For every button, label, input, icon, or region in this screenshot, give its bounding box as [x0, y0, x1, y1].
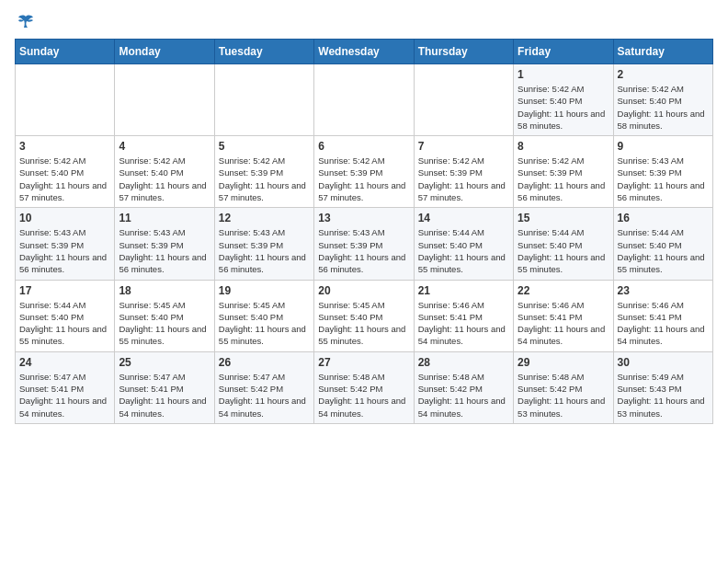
calendar-week-row: 24Sunrise: 5:47 AM Sunset: 5:41 PM Dayli…: [16, 351, 713, 423]
calendar-cell: 23Sunrise: 5:46 AM Sunset: 5:41 PM Dayli…: [613, 280, 712, 351]
calendar-cell: 18Sunrise: 5:45 AM Sunset: 5:40 PM Dayli…: [115, 280, 214, 351]
calendar-cell: 17Sunrise: 5:44 AM Sunset: 5:40 PM Dayli…: [16, 280, 115, 351]
day-number: 20: [318, 284, 409, 297]
day-info: Sunrise: 5:44 AM Sunset: 5:40 PM Dayligh…: [618, 226, 709, 275]
day-number: 18: [119, 284, 210, 297]
calendar-cell: [115, 64, 214, 136]
day-info: Sunrise: 5:42 AM Sunset: 5:39 PM Dayligh…: [219, 155, 310, 203]
day-info: Sunrise: 5:42 AM Sunset: 5:40 PM Dayligh…: [618, 83, 709, 132]
weekday-header-friday: Friday: [514, 40, 613, 64]
day-info: Sunrise: 5:42 AM Sunset: 5:39 PM Dayligh…: [518, 155, 609, 203]
day-info: Sunrise: 5:45 AM Sunset: 5:40 PM Dayligh…: [119, 299, 210, 348]
day-number: 21: [418, 284, 509, 297]
day-info: Sunrise: 5:42 AM Sunset: 5:40 PM Dayligh…: [119, 155, 210, 203]
calendar-table: SundayMondayTuesdayWednesdayThursdayFrid…: [15, 39, 713, 424]
day-info: Sunrise: 5:43 AM Sunset: 5:39 PM Dayligh…: [318, 226, 409, 275]
day-number: 22: [518, 284, 609, 297]
calendar-cell: 7Sunrise: 5:42 AM Sunset: 5:39 PM Daylig…: [414, 136, 513, 208]
weekday-header-saturday: Saturday: [613, 40, 712, 64]
day-number: 11: [119, 212, 210, 224]
calendar-cell: 14Sunrise: 5:44 AM Sunset: 5:40 PM Dayli…: [414, 208, 513, 280]
day-info: Sunrise: 5:43 AM Sunset: 5:39 PM Dayligh…: [119, 226, 210, 275]
day-number: 14: [418, 212, 509, 224]
calendar-cell: 6Sunrise: 5:42 AM Sunset: 5:39 PM Daylig…: [314, 136, 414, 208]
calendar-header-row: SundayMondayTuesdayWednesdayThursdayFrid…: [16, 40, 713, 64]
day-info: Sunrise: 5:43 AM Sunset: 5:39 PM Dayligh…: [19, 226, 110, 275]
calendar-cell: 27Sunrise: 5:48 AM Sunset: 5:42 PM Dayli…: [314, 351, 414, 423]
day-info: Sunrise: 5:47 AM Sunset: 5:42 PM Dayligh…: [219, 371, 310, 419]
day-info: Sunrise: 5:42 AM Sunset: 5:39 PM Dayligh…: [318, 155, 409, 203]
calendar-cell: 1Sunrise: 5:42 AM Sunset: 5:40 PM Daylig…: [514, 64, 613, 136]
calendar-cell: [414, 64, 513, 136]
calendar-cell: 26Sunrise: 5:47 AM Sunset: 5:42 PM Dayli…: [214, 351, 313, 423]
day-info: Sunrise: 5:45 AM Sunset: 5:40 PM Dayligh…: [318, 299, 409, 348]
calendar-cell: 16Sunrise: 5:44 AM Sunset: 5:40 PM Dayli…: [613, 208, 712, 280]
calendar-cell: 25Sunrise: 5:47 AM Sunset: 5:41 PM Dayli…: [115, 351, 214, 423]
day-info: Sunrise: 5:43 AM Sunset: 5:39 PM Dayligh…: [618, 155, 709, 203]
logo-bird-icon: [17, 15, 35, 31]
day-number: 12: [219, 212, 310, 224]
weekday-header-monday: Monday: [115, 40, 214, 64]
day-number: 30: [618, 356, 709, 369]
day-info: Sunrise: 5:48 AM Sunset: 5:42 PM Dayligh…: [518, 371, 609, 419]
calendar-week-row: 10Sunrise: 5:43 AM Sunset: 5:39 PM Dayli…: [16, 208, 713, 280]
weekday-header-wednesday: Wednesday: [314, 40, 414, 64]
day-number: 19: [219, 284, 310, 297]
day-number: 17: [19, 284, 110, 297]
calendar-cell: 4Sunrise: 5:42 AM Sunset: 5:40 PM Daylig…: [115, 136, 214, 208]
day-info: Sunrise: 5:46 AM Sunset: 5:41 PM Dayligh…: [518, 299, 609, 348]
day-number: 26: [219, 356, 310, 369]
day-info: Sunrise: 5:48 AM Sunset: 5:42 PM Dayligh…: [318, 371, 409, 419]
day-number: 4: [119, 140, 210, 153]
day-info: Sunrise: 5:42 AM Sunset: 5:40 PM Dayligh…: [19, 155, 110, 203]
calendar-cell: 19Sunrise: 5:45 AM Sunset: 5:40 PM Dayli…: [214, 280, 313, 351]
calendar-week-row: 3Sunrise: 5:42 AM Sunset: 5:40 PM Daylig…: [16, 136, 713, 208]
calendar-cell: 30Sunrise: 5:49 AM Sunset: 5:43 PM Dayli…: [613, 351, 712, 423]
weekday-header-thursday: Thursday: [414, 40, 513, 64]
day-number: 7: [418, 140, 509, 153]
day-number: 24: [19, 356, 110, 369]
calendar-cell: 29Sunrise: 5:48 AM Sunset: 5:42 PM Dayli…: [514, 351, 613, 423]
day-info: Sunrise: 5:47 AM Sunset: 5:41 PM Dayligh…: [119, 371, 210, 419]
calendar-week-row: 1Sunrise: 5:42 AM Sunset: 5:40 PM Daylig…: [16, 64, 713, 136]
calendar-cell: 12Sunrise: 5:43 AM Sunset: 5:39 PM Dayli…: [214, 208, 313, 280]
day-number: 27: [318, 356, 409, 369]
day-number: 16: [618, 212, 709, 224]
calendar-cell: 9Sunrise: 5:43 AM Sunset: 5:39 PM Daylig…: [613, 136, 712, 208]
day-info: Sunrise: 5:44 AM Sunset: 5:40 PM Dayligh…: [418, 226, 509, 275]
page-header: [15, 15, 713, 31]
calendar-cell: 13Sunrise: 5:43 AM Sunset: 5:39 PM Dayli…: [314, 208, 414, 280]
calendar-cell: 22Sunrise: 5:46 AM Sunset: 5:41 PM Dayli…: [514, 280, 613, 351]
day-info: Sunrise: 5:46 AM Sunset: 5:41 PM Dayligh…: [418, 299, 509, 348]
calendar-cell: [314, 64, 414, 136]
calendar-cell: 15Sunrise: 5:44 AM Sunset: 5:40 PM Dayli…: [514, 208, 613, 280]
day-number: 9: [618, 140, 709, 153]
day-info: Sunrise: 5:44 AM Sunset: 5:40 PM Dayligh…: [518, 226, 609, 275]
day-info: Sunrise: 5:43 AM Sunset: 5:39 PM Dayligh…: [219, 226, 310, 275]
day-number: 25: [119, 356, 210, 369]
day-number: 5: [219, 140, 310, 153]
calendar-cell: 3Sunrise: 5:42 AM Sunset: 5:40 PM Daylig…: [16, 136, 115, 208]
day-info: Sunrise: 5:45 AM Sunset: 5:40 PM Dayligh…: [219, 299, 310, 348]
calendar-cell: [214, 64, 313, 136]
logo: [15, 15, 35, 31]
day-info: Sunrise: 5:42 AM Sunset: 5:39 PM Dayligh…: [418, 155, 509, 203]
day-number: 23: [618, 284, 709, 297]
weekday-header-sunday: Sunday: [16, 40, 115, 64]
day-info: Sunrise: 5:47 AM Sunset: 5:41 PM Dayligh…: [19, 371, 110, 419]
day-number: 15: [518, 212, 609, 224]
day-number: 1: [518, 68, 609, 81]
day-number: 28: [418, 356, 509, 369]
weekday-header-tuesday: Tuesday: [214, 40, 313, 64]
calendar-cell: 28Sunrise: 5:48 AM Sunset: 5:42 PM Dayli…: [414, 351, 513, 423]
day-info: Sunrise: 5:46 AM Sunset: 5:41 PM Dayligh…: [618, 299, 709, 348]
day-info: Sunrise: 5:49 AM Sunset: 5:43 PM Dayligh…: [618, 371, 709, 419]
day-info: Sunrise: 5:42 AM Sunset: 5:40 PM Dayligh…: [518, 83, 609, 132]
calendar-cell: 11Sunrise: 5:43 AM Sunset: 5:39 PM Dayli…: [115, 208, 214, 280]
calendar-cell: 5Sunrise: 5:42 AM Sunset: 5:39 PM Daylig…: [214, 136, 313, 208]
day-number: 8: [518, 140, 609, 153]
calendar-cell: 21Sunrise: 5:46 AM Sunset: 5:41 PM Dayli…: [414, 280, 513, 351]
calendar-cell: 8Sunrise: 5:42 AM Sunset: 5:39 PM Daylig…: [514, 136, 613, 208]
day-number: 3: [19, 140, 110, 153]
day-info: Sunrise: 5:48 AM Sunset: 5:42 PM Dayligh…: [418, 371, 509, 419]
